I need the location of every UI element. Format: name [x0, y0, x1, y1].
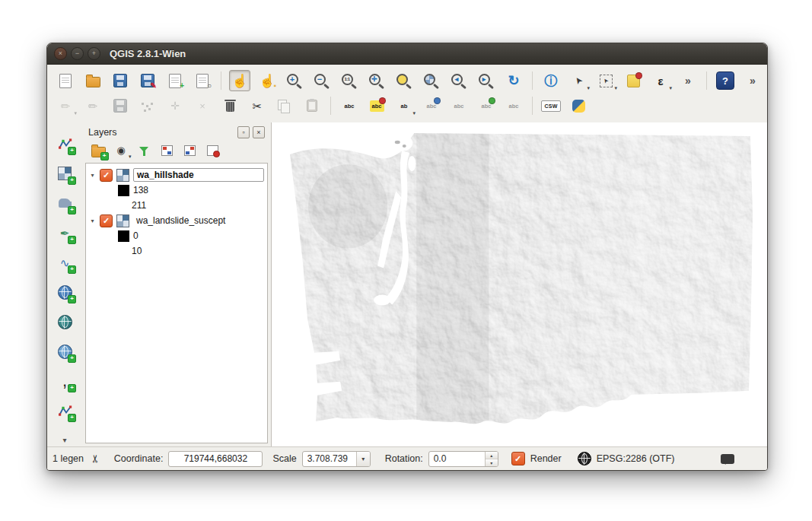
zoom-actual-size[interactable]: 1:1: [339, 70, 360, 91]
toolbar-separator: [532, 97, 533, 115]
expand-all[interactable]: [158, 141, 177, 160]
help-contents[interactable]: ?: [715, 70, 736, 91]
pan-map[interactable]: ☝: [229, 70, 250, 91]
minimize-button[interactable]: −: [71, 47, 84, 60]
legend-value: 10: [132, 246, 142, 256]
layer-name[interactable]: wa_hillshade: [133, 168, 264, 182]
add-group[interactable]: +: [89, 141, 108, 160]
delete-selected[interactable]: [219, 95, 240, 116]
save-project-as[interactable]: ✎: [137, 70, 158, 91]
select-features[interactable]: ➤▾: [595, 70, 616, 91]
layer-checkbox[interactable]: ✓: [100, 169, 113, 182]
add-spatialite-layer[interactable]: ✒+: [54, 222, 75, 243]
filter-legend[interactable]: [135, 141, 154, 160]
pan-to-selection[interactable]: ☝▪: [256, 70, 278, 91]
measure-tool[interactable]: ε▾: [650, 70, 671, 91]
toolbar-separator: [532, 71, 533, 90]
scale-combobox[interactable]: 3.708.739 ▾: [302, 451, 371, 467]
main-toolbar: ✎+○☝☝▪+−1:1✛◂▸↻ⓘ➤▾➤▾ε▾»?»: [47, 65, 767, 94]
coordinate-input[interactable]: [168, 451, 263, 467]
refresh-map[interactable]: ↻: [503, 70, 524, 91]
expand-caret-icon[interactable]: ▾: [89, 172, 96, 179]
new-bookmark[interactable]: [623, 70, 644, 91]
close-button[interactable]: ×: [54, 47, 67, 60]
coordinate-label: Coordinate:: [114, 453, 164, 464]
add-delimited-text-layer[interactable]: ,+: [54, 370, 75, 392]
dock-float-button[interactable]: ▫: [237, 126, 250, 138]
add-mssql-layer[interactable]: ∿+: [54, 252, 75, 273]
zoom-to-selection[interactable]: [393, 70, 415, 91]
legend-value: 211: [132, 200, 146, 211]
new-project[interactable]: [55, 70, 76, 91]
raster-layer-icon: [116, 214, 129, 227]
move-label[interactable]: abc: [448, 95, 470, 116]
new-shapefile-layer[interactable]: +: [54, 400, 75, 421]
render-checkbox[interactable]: ✓: [511, 452, 525, 465]
identify-features[interactable]: ⓘ: [540, 70, 562, 91]
add-wms-layer[interactable]: +: [54, 281, 75, 303]
zoom-last[interactable]: ◂: [448, 70, 470, 91]
layer-row[interactable]: ▾✓wa_landslide_suscept: [86, 213, 267, 228]
render-label: Render: [530, 453, 562, 464]
zoom-next[interactable]: ▸: [476, 70, 497, 91]
legend-entry: 10: [86, 243, 267, 259]
message-log-icon[interactable]: [721, 454, 734, 464]
toolbar-overflow[interactable]: »: [742, 70, 763, 91]
status-bar: 1 legen ✂ Coordinate: Scale 3.708.739 ▾ …: [47, 446, 767, 470]
paste-features: [301, 95, 323, 116]
metasearch-csw[interactable]: CSW: [540, 95, 562, 116]
crs-label: EPSG:2286 (OTF): [597, 453, 675, 464]
rotate-label[interactable]: abc: [476, 95, 497, 116]
change-label[interactable]: abc: [503, 95, 524, 116]
attributes-overflow[interactable]: »: [677, 70, 699, 91]
labeling-options[interactable]: abc: [339, 95, 360, 116]
layer-name[interactable]: wa_landslide_suscept: [133, 214, 228, 227]
layer-checkbox[interactable]: ✓: [100, 214, 113, 227]
label-highlight[interactable]: abc: [366, 95, 387, 116]
layer-row[interactable]: ▾✓wa_hillshade: [86, 167, 267, 183]
run-feature-action[interactable]: ➤▾: [568, 70, 589, 91]
chevron-down-icon[interactable]: ▾: [356, 452, 370, 466]
legend-entry: 211: [86, 198, 267, 213]
copy-features: [274, 95, 295, 116]
python-console[interactable]: [568, 95, 589, 116]
add-wfs-layer[interactable]: +: [54, 341, 75, 362]
scale-value: 3.708.739: [303, 452, 356, 466]
qgis-window: × − + QGIS 2.8.1-Wien ✎+○☝☝▪+−1:1✛◂▸↻ⓘ➤▾…: [46, 43, 768, 471]
zoom-to-layer[interactable]: [421, 70, 442, 91]
legend-entry: 138: [86, 183, 267, 198]
layer-toolbar-more[interactable]: ▾: [54, 430, 75, 451]
cut-features[interactable]: ✂: [247, 95, 268, 116]
manage-layer-visibility[interactable]: ◉▾: [112, 141, 131, 160]
pin-unpin-labels[interactable]: ab▾: [393, 95, 415, 116]
composer-manager[interactable]: ○: [192, 70, 213, 91]
add-wcs-layer[interactable]: [54, 311, 75, 332]
expand-caret-icon[interactable]: ▾: [89, 218, 96, 224]
legend-swatch: [118, 246, 128, 256]
open-project[interactable]: [82, 70, 103, 91]
map-washington-hillshade: [272, 122, 767, 446]
show-hide-labels[interactable]: abc: [421, 95, 442, 116]
layers-panel-title: Layers: [88, 127, 117, 138]
node-tool: ×: [192, 95, 213, 116]
spin-up-icon[interactable]: ▴: [486, 452, 498, 459]
map-canvas[interactable]: [272, 122, 767, 446]
scissors-icon[interactable]: ✂: [89, 454, 101, 463]
rotation-spinbox[interactable]: 0.0 ▴ ▾: [428, 451, 498, 467]
collapse-all[interactable]: [180, 141, 199, 160]
zoom-in[interactable]: +: [284, 70, 305, 91]
zoom-full-extent[interactable]: ✛: [366, 70, 387, 91]
crs-status-icon[interactable]: [578, 452, 591, 465]
move-feature: ✛: [164, 95, 186, 116]
add-postgis-layer[interactable]: +: [54, 192, 75, 214]
maximize-button[interactable]: +: [88, 47, 100, 60]
titlebar[interactable]: × − + QGIS 2.8.1-Wien: [47, 43, 767, 65]
add-vector-layer[interactable]: +: [54, 133, 75, 154]
new-print-composer[interactable]: +: [164, 70, 186, 91]
add-raster-layer[interactable]: +: [54, 163, 75, 184]
remove-layer[interactable]: [203, 141, 222, 160]
save-project[interactable]: [110, 70, 131, 91]
spin-down-icon[interactable]: ▾: [486, 459, 498, 466]
dock-close-button[interactable]: ×: [253, 126, 265, 138]
zoom-out[interactable]: −: [311, 70, 333, 91]
